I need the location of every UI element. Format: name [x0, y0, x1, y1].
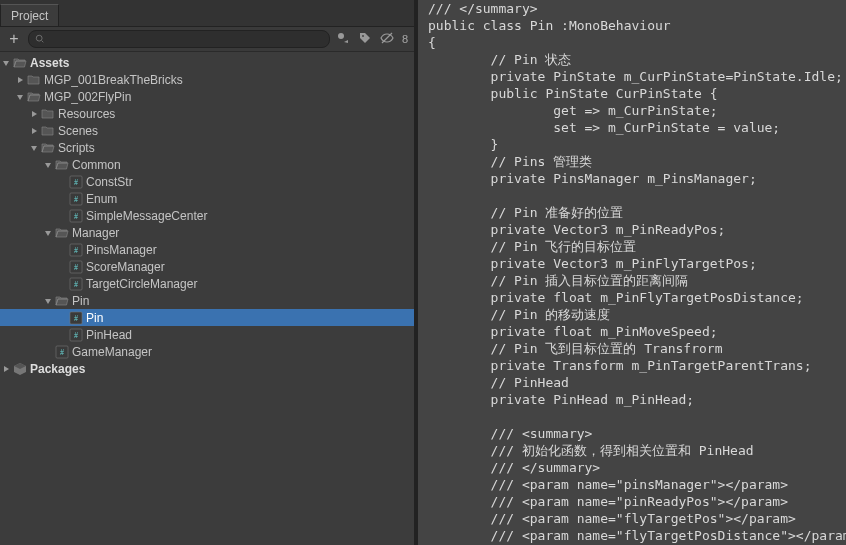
csharp-icon — [69, 175, 83, 189]
folder-icon — [55, 294, 69, 308]
folder-icon — [27, 90, 41, 104]
expand-icon[interactable] — [42, 227, 54, 239]
folder-icon — [13, 56, 27, 70]
tree-item[interactable]: PinsManager — [0, 241, 414, 258]
expand-icon[interactable] — [14, 91, 26, 103]
expand-icon[interactable] — [28, 142, 40, 154]
tree-item[interactable]: MGP_001BreakTheBricks — [0, 71, 414, 88]
folder-icon — [55, 226, 69, 240]
expand-icon[interactable] — [28, 125, 40, 137]
csharp-icon — [69, 243, 83, 257]
tree-item[interactable]: ScoreManager — [0, 258, 414, 275]
hidden-visibility-icon[interactable] — [380, 31, 394, 48]
filter-by-type-icon[interactable] — [336, 31, 350, 48]
hidden-count: 8 — [402, 33, 408, 45]
panel-tabbar: Project — [0, 0, 414, 27]
tree-item[interactable]: SimpleMessageCenter — [0, 207, 414, 224]
search-input[interactable] — [28, 30, 330, 48]
tree-item[interactable]: Common — [0, 156, 414, 173]
svg-point-6 — [338, 33, 344, 39]
tree-item-assets[interactable]: Assets — [0, 54, 414, 71]
tree-item[interactable]: PinHead — [0, 326, 414, 343]
expand-icon[interactable] — [0, 57, 12, 69]
project-tab[interactable]: Project — [0, 4, 59, 26]
csharp-icon — [55, 345, 69, 359]
tree-item-selected[interactable]: Pin — [0, 309, 414, 326]
tree-item[interactable]: Manager — [0, 224, 414, 241]
filter-by-label-icon[interactable] — [358, 31, 372, 48]
csharp-icon — [69, 192, 83, 206]
folder-icon — [55, 158, 69, 172]
tree-item[interactable]: Scenes — [0, 122, 414, 139]
svg-point-7 — [362, 35, 364, 37]
project-panel: Project + 8 Assets — [0, 0, 418, 545]
csharp-icon — [69, 328, 83, 342]
csharp-icon — [69, 277, 83, 291]
folder-icon — [41, 107, 55, 121]
expand-icon[interactable] — [14, 74, 26, 86]
tree-item[interactable]: TargetCircleManager — [0, 275, 414, 292]
tree-item[interactable]: ConstStr — [0, 173, 414, 190]
expand-icon[interactable] — [0, 363, 12, 375]
tree-item[interactable]: MGP_002FlyPin — [0, 88, 414, 105]
csharp-icon — [69, 311, 83, 325]
code-preview-panel: /// </summary> public class Pin :MonoBeh… — [418, 0, 846, 545]
expand-icon[interactable] — [28, 108, 40, 120]
csharp-icon — [69, 209, 83, 223]
create-button[interactable]: + — [6, 31, 22, 47]
expand-icon[interactable] — [42, 295, 54, 307]
tree-item[interactable]: GameManager — [0, 343, 414, 360]
project-toolbar: + 8 — [0, 27, 414, 52]
folder-icon — [27, 73, 41, 87]
expand-icon[interactable] — [42, 159, 54, 171]
code-preview: /// </summary> public class Pin :MonoBeh… — [422, 0, 842, 544]
tree-item[interactable]: Enum — [0, 190, 414, 207]
tree-item-packages[interactable]: Packages — [0, 360, 414, 377]
tree-item[interactable]: Resources — [0, 105, 414, 122]
project-tree: Assets MGP_001BreakTheBricks MGP_002FlyP… — [0, 52, 414, 545]
search-icon — [35, 34, 45, 44]
folder-icon — [41, 124, 55, 138]
tree-item[interactable]: Scripts — [0, 139, 414, 156]
folder-icon — [41, 141, 55, 155]
csharp-icon — [69, 260, 83, 274]
package-icon — [13, 362, 27, 376]
tree-item[interactable]: Pin — [0, 292, 414, 309]
